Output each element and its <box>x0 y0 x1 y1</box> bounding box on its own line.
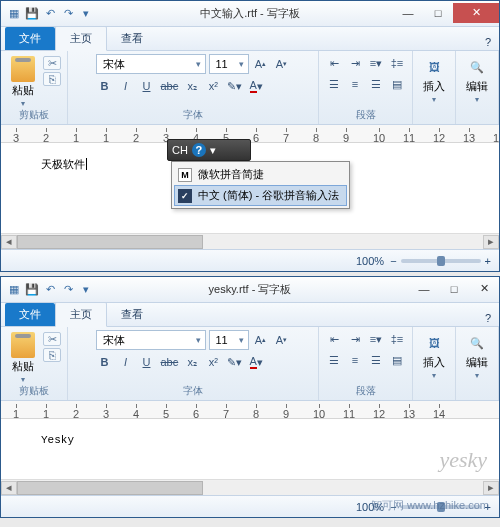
shrink-font-button[interactable]: A▾ <box>273 55 291 73</box>
italic-button[interactable]: I <box>117 353 135 371</box>
grow-font-button[interactable]: A▴ <box>252 331 270 349</box>
edit-button[interactable]: 🔍 编辑 ▾ <box>462 54 492 106</box>
shrink-font-button[interactable]: A▾ <box>273 331 291 349</box>
ime-dropdown-icon[interactable]: ▾ <box>210 144 216 157</box>
copy-button[interactable]: ⎘ <box>43 348 61 362</box>
help-icon[interactable]: ? <box>477 34 499 50</box>
zoom-out-button[interactable]: − <box>390 255 396 267</box>
undo-icon[interactable]: ↶ <box>43 7 57 21</box>
save-icon[interactable]: 💾 <box>25 7 39 21</box>
paste-button[interactable]: 粘贴 ▾ <box>7 330 39 386</box>
ruler[interactable]: 11234567891011121314 <box>1 401 499 419</box>
scroll-thumb[interactable] <box>17 235 203 249</box>
help-icon[interactable]: ? <box>477 310 499 326</box>
horizontal-scrollbar[interactable]: ◂ ▸ <box>1 479 499 495</box>
font-size-select[interactable]: 11 <box>209 330 249 350</box>
align-left-button[interactable]: ☰ <box>325 351 343 369</box>
zoom-slider[interactable]: − + <box>390 501 491 513</box>
align-right-button[interactable]: ☰ <box>367 351 385 369</box>
font-size-select[interactable]: 11 <box>209 54 249 74</box>
align-right-button[interactable]: ☰ <box>367 75 385 93</box>
increase-indent-button[interactable]: ⇥ <box>346 54 364 72</box>
underline-button[interactable]: U <box>138 353 156 371</box>
tab-home[interactable]: 主页 <box>55 302 107 327</box>
ime-option-ms-pinyin[interactable]: M 微软拼音简捷 <box>174 164 347 185</box>
ime-toolbar[interactable]: CH ? ▾ <box>167 139 251 161</box>
zoom-out-button[interactable]: − <box>390 501 396 513</box>
font-family-select[interactable]: 宋体 <box>96 330 206 350</box>
cut-button[interactable]: ✂ <box>43 332 61 346</box>
increase-indent-button[interactable]: ⇥ <box>346 330 364 348</box>
font-family-select[interactable]: 宋体 <box>96 54 206 74</box>
decrease-indent-button[interactable]: ⇤ <box>325 330 343 348</box>
justify-button[interactable]: ▤ <box>388 75 406 93</box>
zoom-in-button[interactable]: + <box>485 501 491 513</box>
bullets-button[interactable]: ≡▾ <box>367 330 385 348</box>
minimize-button[interactable]: — <box>409 279 439 299</box>
redo-icon[interactable]: ↷ <box>61 283 75 297</box>
bullets-button[interactable]: ≡▾ <box>367 54 385 72</box>
align-left-button[interactable]: ☰ <box>325 75 343 93</box>
qat-dropdown-icon[interactable]: ▾ <box>79 283 93 297</box>
align-center-button[interactable]: ≡ <box>346 75 364 93</box>
ime-option-google-pinyin[interactable]: ✓ 中文 (简体) - 谷歌拼音输入法 <box>174 185 347 206</box>
qat-dropdown-icon[interactable]: ▾ <box>79 7 93 21</box>
tab-view[interactable]: 查看 <box>107 303 157 326</box>
scroll-right-button[interactable]: ▸ <box>483 235 499 249</box>
align-center-button[interactable]: ≡ <box>346 351 364 369</box>
scroll-thumb[interactable] <box>17 481 203 495</box>
scroll-track[interactable] <box>17 235 483 249</box>
cut-button[interactable]: ✂ <box>43 56 61 70</box>
tab-file[interactable]: 文件 <box>5 27 55 50</box>
zoom-slider[interactable]: − + <box>390 255 491 267</box>
decrease-indent-button[interactable]: ⇤ <box>325 54 343 72</box>
horizontal-scrollbar[interactable]: ◂ ▸ <box>1 233 499 249</box>
tab-home[interactable]: 主页 <box>55 26 107 51</box>
undo-icon[interactable]: ↶ <box>43 283 57 297</box>
highlight-button[interactable]: ✎▾ <box>225 77 244 95</box>
tab-view[interactable]: 查看 <box>107 27 157 50</box>
highlight-button[interactable]: ✎▾ <box>225 353 244 371</box>
maximize-button[interactable]: □ <box>423 3 453 23</box>
justify-button[interactable]: ▤ <box>388 351 406 369</box>
zoom-thumb[interactable] <box>437 256 445 266</box>
bold-button[interactable]: B <box>96 353 114 371</box>
scroll-left-button[interactable]: ◂ <box>1 481 17 495</box>
close-button[interactable]: ✕ <box>469 279 499 299</box>
insert-button[interactable]: 🖼 插入 ▾ <box>419 54 449 106</box>
redo-icon[interactable]: ↷ <box>61 7 75 21</box>
grow-font-button[interactable]: A▴ <box>252 55 270 73</box>
close-button[interactable]: ✕ <box>453 3 499 23</box>
italic-button[interactable]: I <box>117 77 135 95</box>
line-spacing-button[interactable]: ‡≡ <box>388 54 406 72</box>
superscript-button[interactable]: x² <box>204 77 222 95</box>
scroll-right-button[interactable]: ▸ <box>483 481 499 495</box>
insert-button[interactable]: 🖼 插入 ▾ <box>419 330 449 382</box>
subscript-button[interactable]: x₂ <box>183 353 201 371</box>
ime-help-icon[interactable]: ? <box>192 143 206 157</box>
edit-button[interactable]: 🔍 编辑 ▾ <box>462 330 492 382</box>
document-area[interactable]: 天极软件 CH ? ▾ M 微软拼音简捷 ✓ 中文 (简体) - 谷歌拼音输入法 <box>1 143 499 233</box>
underline-button[interactable]: U <box>138 77 156 95</box>
paste-button[interactable]: 粘贴 ▾ <box>7 54 39 110</box>
minimize-button[interactable]: — <box>393 3 423 23</box>
zoom-thumb[interactable] <box>437 502 445 512</box>
strikethrough-button[interactable]: abc <box>159 353 181 371</box>
titlebar[interactable]: ▦ 💾 ↶ ↷ ▾ 中文输入.rtf - 写字板 — □ ✕ <box>1 1 499 27</box>
scroll-track[interactable] <box>17 481 483 495</box>
titlebar[interactable]: ▦ 💾 ↶ ↷ ▾ yesky.rtf - 写字板 — □ ✕ <box>1 277 499 303</box>
scroll-left-button[interactable]: ◂ <box>1 235 17 249</box>
superscript-button[interactable]: x² <box>204 353 222 371</box>
line-spacing-button[interactable]: ‡≡ <box>388 330 406 348</box>
save-icon[interactable]: 💾 <box>25 283 39 297</box>
bold-button[interactable]: B <box>96 77 114 95</box>
strikethrough-button[interactable]: abc <box>159 77 181 95</box>
subscript-button[interactable]: x₂ <box>183 77 201 95</box>
maximize-button[interactable]: □ <box>439 279 469 299</box>
font-color-button[interactable]: A▾ <box>247 77 265 95</box>
copy-button[interactable]: ⎘ <box>43 72 61 86</box>
zoom-in-button[interactable]: + <box>485 255 491 267</box>
document-area[interactable]: Yesky yesky <box>1 419 499 479</box>
font-color-button[interactable]: A▾ <box>247 353 265 371</box>
tab-file[interactable]: 文件 <box>5 303 55 326</box>
